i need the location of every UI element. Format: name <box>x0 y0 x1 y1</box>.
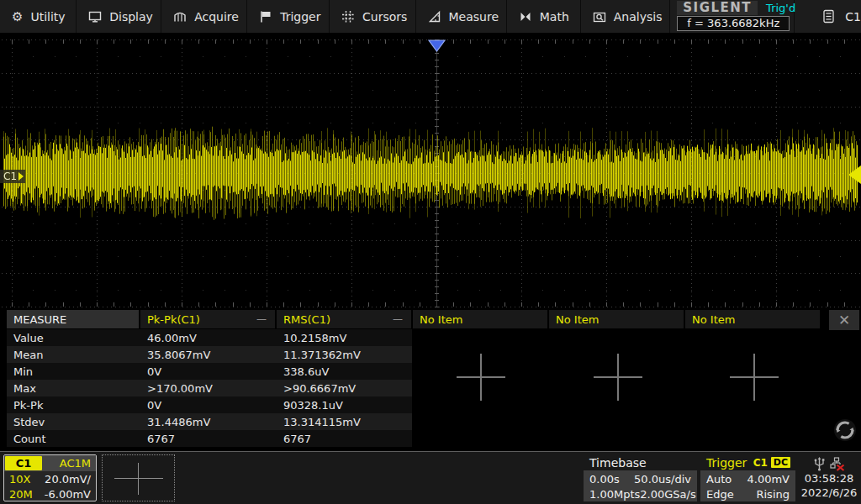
lan-disconnected-icon <box>830 457 845 471</box>
measure-icon <box>428 9 441 24</box>
menu-display-label: Display <box>109 10 153 24</box>
channel-offset-label: C1 <box>3 171 17 182</box>
channel-probe: 10X <box>9 473 30 486</box>
menu-cursors-label: Cursors <box>362 10 407 24</box>
timebase-delay: 0.00s <box>589 473 620 486</box>
trigger-level-marker[interactable] <box>848 165 861 184</box>
menu-display[interactable]: Display <box>77 0 161 33</box>
measure-panel-title: MEASURE <box>7 310 139 328</box>
acquire-icon <box>173 9 187 24</box>
gear-icon: ⚙ <box>12 9 23 24</box>
timebase-title: Timebase <box>589 456 647 470</box>
menu-acquire-label: Acquire <box>194 10 239 24</box>
flag-icon <box>259 9 272 24</box>
clock-date: 2022/6/26 <box>801 486 858 500</box>
trigger-mode: Auto <box>706 473 732 486</box>
menu-trigger[interactable]: Trigger <box>247 0 330 33</box>
channel-scale: 20.0mV/ <box>45 473 91 486</box>
timebase-panel[interactable]: Timebase 0.00s 50.0us/div 1.00Mpts 2.00G… <box>584 454 697 501</box>
display-icon <box>88 9 102 24</box>
bottom-status-bar: C1 AC1M 10X 20.0mV/ 20M -6.00mV Timebase… <box>0 451 861 504</box>
trigger-level: 4.00mV <box>747 473 790 486</box>
measure-row-max: Max >170.00mV >90.6667mV <box>7 380 412 396</box>
measure-row-min: Min 0V 338.6uV <box>7 363 412 380</box>
menu-measure-label: Measure <box>449 10 499 24</box>
trigger-status-badge: Trig'd <box>766 2 795 14</box>
plus-icon <box>480 354 482 401</box>
usb-icon <box>814 457 825 471</box>
status-cluster: SIGLENT Trig'd f = 363.6682kHz <box>670 0 795 33</box>
active-channel-label: C1 <box>845 10 861 24</box>
trigger-slope: Rising <box>756 488 790 501</box>
measure-row-stdev: Stdev 31.4486mV 13.314115mV <box>7 413 412 430</box>
measure-column-rms[interactable]: RMS(C1) — <box>277 310 411 328</box>
waveform-display-area[interactable]: C1 <box>0 35 861 307</box>
menu-acquire[interactable]: Acquire <box>161 0 247 33</box>
trigger-type: Edge <box>706 488 734 501</box>
timebase-memory: 1.00Mpts <box>589 488 640 501</box>
remove-measure-icon[interactable]: — <box>391 315 404 323</box>
trigger-coupling-badge: DC <box>771 457 790 468</box>
plus-icon <box>114 478 163 479</box>
plus-icon <box>753 354 755 401</box>
trigger-source: C1 <box>753 457 768 469</box>
measure-column-empty-1[interactable]: No Item <box>413 310 547 328</box>
timebase-scale: 50.0us/div <box>634 473 691 486</box>
trigger-position-marker[interactable] <box>428 39 446 52</box>
menu-utility[interactable]: ⚙ Utility <box>0 0 77 33</box>
remove-measure-icon[interactable]: — <box>255 315 268 323</box>
analysis-icon <box>593 9 606 24</box>
close-measure-panel-button[interactable]: ✕ <box>829 310 859 330</box>
add-measurement-slot-2[interactable] <box>594 354 642 401</box>
top-menu-bar: ⚙ Utility Display Acquire Trigger Cursor… <box>0 0 861 35</box>
close-icon: ✕ <box>838 312 850 328</box>
list-icon <box>823 9 834 24</box>
gesture-rotate-icon[interactable] <box>833 418 857 442</box>
channel-descriptor-box[interactable]: C1 AC1M 10X 20.0mV/ 20M -6.00mV <box>3 454 97 501</box>
channel-offset: -6.00mV <box>45 488 91 501</box>
clock-panel: 03:58:28 2022/6/26 <box>799 454 859 501</box>
measure-row-mean: Mean 35.8067mV 11.371362mV <box>7 346 412 363</box>
measure-column-empty-3[interactable]: No Item <box>685 310 820 328</box>
add-measurement-slot-3[interactable] <box>730 354 779 401</box>
plus-icon <box>617 354 619 401</box>
menu-measure[interactable]: Measure <box>416 0 507 33</box>
siglent-logo: SIGLENT <box>677 1 758 15</box>
measure-row-count: Count 6767 6767 <box>7 430 412 447</box>
waveform-canvas[interactable] <box>0 35 861 307</box>
trigger-title: Trigger <box>706 456 747 470</box>
add-channel-slot[interactable] <box>102 454 175 501</box>
channel-bandwidth: 20M <box>9 488 33 501</box>
channel-offset-arrow-icon <box>18 172 24 181</box>
measure-row-value: Value 46.00mV 10.2158mV <box>7 329 412 346</box>
frequency-counter: f = 363.6682kHz <box>677 16 790 31</box>
plus-icon <box>138 463 139 495</box>
clock-time: 03:58:28 <box>805 472 853 486</box>
menu-analysis-label: Analysis <box>614 10 663 24</box>
menu-trigger-label: Trigger <box>280 10 320 24</box>
menu-analysis[interactable]: Analysis <box>581 0 671 33</box>
measure-column-empty-2[interactable]: No Item <box>549 310 684 328</box>
menu-math[interactable]: Math <box>507 0 581 33</box>
trigger-panel[interactable]: Trigger C1 DC Auto 4.00mV Edge Rising <box>700 454 795 501</box>
cursors-icon <box>341 9 355 24</box>
measure-column-pkpk[interactable]: Pk-Pk(C1) — <box>140 310 275 328</box>
menu-math-label: Math <box>540 10 569 24</box>
channel-coupling: AC1M <box>42 457 96 470</box>
measure-panel: MEASURE Pk-Pk(C1) — RMS(C1) — No Item No… <box>7 310 820 447</box>
channel-badge: C1 <box>5 456 42 470</box>
timebase-sample-rate: 2.00GSa/s <box>640 488 695 501</box>
menu-utility-label: Utility <box>30 10 65 24</box>
menu-cursors[interactable]: Cursors <box>330 0 416 33</box>
math-icon <box>519 9 532 24</box>
active-channel-indicator[interactable]: C1 <box>795 0 861 33</box>
measure-row-pkpk: Pk-Pk 0V 90328.1uV <box>7 396 412 413</box>
add-measurement-slot-1[interactable] <box>457 354 505 401</box>
channel-offset-marker[interactable]: C1 <box>0 170 25 183</box>
